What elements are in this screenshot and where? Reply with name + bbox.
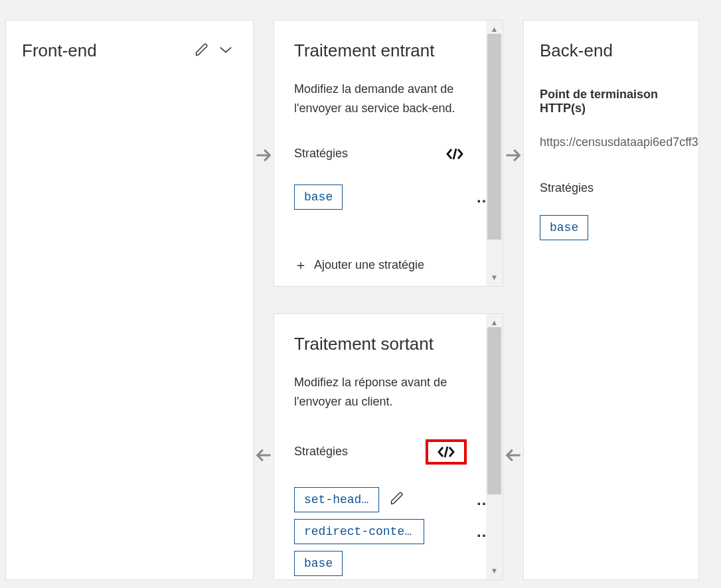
scroll-up-icon[interactable]: ▲ [491,25,499,34]
inbound-title: Traitement entrant [294,40,503,61]
arrow-left-icon [254,446,273,465]
flow-arrows-left [254,20,274,588]
backend-url: https://censusdataapi6ed7cff3 [540,135,698,149]
scroll-down-icon[interactable]: ▼ [491,273,499,282]
flow-arrows-right [503,20,523,588]
scrollbar[interactable]: ▲ ▼ [486,314,503,579]
outbound-panel: Traitement sortant Modifiez la réponse a… [274,313,503,580]
policy-row: base [540,215,698,240]
policy-chip-base[interactable]: base [294,551,343,576]
processing-column: Traitement entrant Modifiez la demande a… [274,20,503,588]
policy-row: set-head… … [294,487,503,512]
policy-row: redirect-conte… … [294,519,503,544]
edit-icon[interactable] [195,42,209,60]
backend-title: Back-end [540,40,698,61]
code-editor-icon-highlighted[interactable] [426,439,467,465]
outbound-strategies-label: Stratégies [294,445,348,459]
scroll-up-icon[interactable]: ▲ [491,318,499,327]
scroll-down-icon[interactable]: ▼ [491,566,499,575]
backend-strategies-label: Stratégies [540,181,698,195]
edit-icon[interactable] [390,491,404,508]
add-policy-label: Ajouter une stratégie [314,258,424,272]
scrollbar[interactable]: ▲ ▼ [486,21,503,286]
backend-endpoint-label: Point de terminaison HTTP(s) [540,88,698,115]
policy-chip-base[interactable]: base [540,215,588,240]
outbound-desc: Modifiez la réponse avant de l'envoyer a… [294,373,467,411]
code-editor-icon[interactable] [443,146,467,162]
policy-chip-set-header[interactable]: set-head… [294,487,379,512]
inbound-desc: Modifiez la demande avant de l'envoyer a… [294,80,467,118]
add-policy-button[interactable]: ＋ Ajouter une stratégie [294,256,424,274]
outbound-title: Traitement sortant [294,334,503,354]
inbound-panel: Traitement entrant Modifiez la demande a… [274,20,503,287]
frontend-panel: Front-end [5,20,254,580]
arrow-left-icon [504,446,522,465]
policy-chip-base[interactable]: base [294,184,343,210]
policy-row: base … [294,184,503,210]
arrow-right-icon [254,146,273,165]
backend-panel: Back-end Point de terminaison HTTP(s) ht… [523,20,699,580]
arrow-right-icon [504,146,522,165]
policy-chip-redirect[interactable]: redirect-conte… [294,519,424,544]
plus-icon: ＋ [294,256,307,274]
inbound-strategies-label: Stratégies [294,147,348,161]
policy-row: base [294,551,503,576]
frontend-title: Front-end [22,40,97,61]
chevron-down-icon[interactable] [218,45,233,57]
